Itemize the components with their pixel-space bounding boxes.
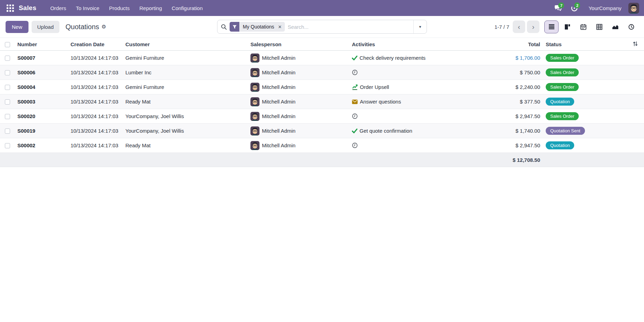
kanban-view-icon xyxy=(564,24,570,30)
table-row[interactable]: S0000710/13/2024 14:17:03Gemini Furnitur… xyxy=(0,51,644,65)
quotations-table: Number Creation Date Customer Salesperso… xyxy=(0,38,644,167)
row-checkbox[interactable] xyxy=(5,129,10,134)
row-select-cell xyxy=(0,51,15,65)
view-pivot-button[interactable] xyxy=(592,20,606,33)
row-checkbox[interactable] xyxy=(5,143,10,148)
filter-remove-icon[interactable]: ✕ xyxy=(277,22,285,32)
pager-next-button[interactable]: › xyxy=(527,20,539,33)
cell-customer: Ready Mat xyxy=(123,138,248,153)
pager-value[interactable]: 1-7 / 7 xyxy=(494,24,509,30)
messages-menu-button[interactable]: 7 xyxy=(552,2,565,14)
row-checkbox[interactable] xyxy=(5,114,10,119)
activities-menu-button[interactable]: 2 xyxy=(568,2,581,14)
row-checkbox[interactable] xyxy=(5,70,10,75)
select-all-checkbox[interactable] xyxy=(5,42,10,47)
salesperson-name: Mitchell Admin xyxy=(262,142,296,148)
status-badge: Sales Order xyxy=(546,54,579,62)
avatar-image xyxy=(250,83,259,92)
row-checkbox[interactable] xyxy=(5,85,10,90)
avatar-image xyxy=(250,126,259,135)
row-select-cell xyxy=(0,80,15,94)
breadcrumb: Quotations ⚙ xyxy=(66,23,106,31)
cell-number: S00020 xyxy=(15,109,68,124)
status-badge: Quotation xyxy=(546,98,574,106)
avatar-image xyxy=(250,53,259,63)
column-header-salesperson[interactable]: Salesperson xyxy=(248,38,350,51)
optional-columns-toggle-icon[interactable] xyxy=(633,42,638,48)
cell-creation-date: 10/13/2024 14:17:03 xyxy=(68,65,123,80)
avatar-image xyxy=(250,112,259,121)
cell-customer: Lumber Inc xyxy=(123,65,248,80)
view-list-button[interactable] xyxy=(544,20,559,33)
cell-salesperson: Mitchell Admin xyxy=(248,124,350,138)
search-bar[interactable]: My Quotations ✕ ▾ xyxy=(217,20,427,34)
cell-creation-date: 10/13/2024 14:17:03 xyxy=(68,138,123,153)
menu-products[interactable]: Products xyxy=(105,3,134,13)
avatar-image xyxy=(250,68,259,77)
menu-configuration[interactable]: Configuration xyxy=(167,3,207,13)
new-button[interactable]: New xyxy=(6,21,28,33)
pager: 1-7 / 7 ‹ › xyxy=(494,20,539,33)
column-header-number[interactable]: Number xyxy=(15,38,68,51)
column-header-status[interactable]: Status xyxy=(544,38,627,51)
menu-to-invoice[interactable]: To Invoice xyxy=(72,3,104,13)
table-row[interactable]: S0001910/13/2024 14:17:03YourCompany, Jo… xyxy=(0,124,644,138)
upload-button[interactable]: Upload xyxy=(32,21,59,33)
salesperson-avatar xyxy=(250,53,259,63)
activity-label: Check delivery requirements xyxy=(360,55,426,61)
cell-activities: Answer questions xyxy=(350,94,495,109)
column-header-customer[interactable]: Customer xyxy=(123,38,248,51)
row-checkbox[interactable] xyxy=(5,99,10,105)
view-activity-button[interactable] xyxy=(624,20,638,33)
view-kanban-button[interactable] xyxy=(560,20,575,33)
search-dropdown-toggle[interactable]: ▾ xyxy=(413,20,427,33)
row-select-cell xyxy=(0,65,15,80)
activity-view-icon xyxy=(628,24,634,30)
column-header-creation-date[interactable]: Creation Date xyxy=(68,38,123,51)
table-row[interactable]: S0000610/13/2024 14:17:03Lumber IncMitch… xyxy=(0,65,644,80)
app-name-menu[interactable]: Sales xyxy=(19,4,36,12)
table-header-row: Number Creation Date Customer Salesperso… xyxy=(0,38,644,51)
salesperson-name: Mitchell Admin xyxy=(262,84,296,90)
company-switcher[interactable]: YourCompany xyxy=(588,5,621,11)
upsell-chart-icon xyxy=(352,84,358,90)
table-row[interactable]: S0000310/13/2024 14:17:03Ready MatMitche… xyxy=(0,94,644,109)
view-graph-button[interactable] xyxy=(608,20,622,33)
pivot-view-icon xyxy=(596,24,602,30)
cell-customer: YourCompany, Joel Willis xyxy=(123,109,248,124)
search-input[interactable] xyxy=(288,24,413,30)
cell-customer: YourCompany, Joel Willis xyxy=(123,124,248,138)
cell-total: $ 1,740.00 xyxy=(495,124,544,138)
cell-total: $ 2,947.50 xyxy=(495,109,544,124)
cell-status: Sales Order xyxy=(544,51,627,65)
cell-creation-date: 10/13/2024 14:17:03 xyxy=(68,80,123,94)
cell-number: S00003 xyxy=(15,94,68,109)
menu-orders[interactable]: Orders xyxy=(46,3,71,13)
cell-total: $ 1,706.00 xyxy=(495,51,544,65)
select-all-header xyxy=(0,38,15,51)
table-row[interactable]: S0000210/13/2024 14:17:03Ready MatMitche… xyxy=(0,138,644,153)
salesperson-avatar xyxy=(250,141,259,150)
user-avatar[interactable] xyxy=(628,3,639,14)
column-header-total[interactable]: Total xyxy=(495,38,544,51)
filter-facet: My Quotations ✕ xyxy=(230,22,285,32)
table-row[interactable]: S0002010/13/2024 14:17:03YourCompany, Jo… xyxy=(0,109,644,124)
activity-label: Answer questions xyxy=(360,99,401,105)
apps-grid-icon[interactable] xyxy=(4,2,16,14)
activity-label: Get quote confirmation xyxy=(360,128,412,134)
row-checkbox[interactable] xyxy=(5,56,10,61)
view-calendar-button[interactable] xyxy=(576,20,591,33)
pager-previous-button[interactable]: ‹ xyxy=(513,20,525,33)
column-header-activities[interactable]: Activities xyxy=(350,38,495,51)
cell-total: $ 2,240.00 xyxy=(495,80,544,94)
cell-status: Quotation xyxy=(544,138,627,153)
salesperson-name: Mitchell Admin xyxy=(262,69,296,75)
cell-salesperson: Mitchell Admin xyxy=(248,80,350,94)
table-row[interactable]: S0000410/13/2024 14:17:03Gemini Furnitur… xyxy=(0,80,644,94)
menu-reporting[interactable]: Reporting xyxy=(135,3,166,13)
cell-creation-date: 10/13/2024 14:17:03 xyxy=(68,51,123,65)
cell-salesperson: Mitchell Admin xyxy=(248,51,350,65)
salesperson-avatar xyxy=(250,126,259,135)
gear-icon[interactable]: ⚙ xyxy=(101,24,106,30)
calendar-view-icon xyxy=(580,24,586,30)
